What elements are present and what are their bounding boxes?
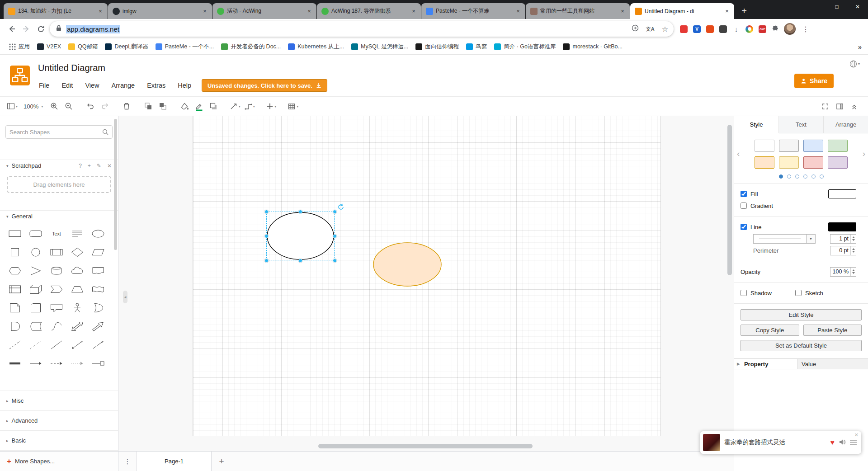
fill-color-swatch[interactable] [828,189,856,198]
pages-menu-icon[interactable]: ⋮ [118,452,137,471]
rotate-handle-icon[interactable] [337,203,344,211]
shape-dashed-link[interactable] [46,354,67,372]
tab-close-icon[interactable]: × [97,8,104,15]
zoom-out-icon[interactable] [63,100,75,113]
shape-step[interactable] [46,280,67,298]
page-tab[interactable]: Page-1 [137,452,212,471]
preset-page-dot[interactable] [820,174,824,179]
preset-swatch-4[interactable] [755,156,774,169]
section-general[interactable]: ▾ General [0,210,118,219]
sidebar-scrollbar[interactable] [114,119,117,250]
expand-properties-icon[interactable]: ▶ [737,362,740,366]
bookmark-item[interactable]: 应用 [5,42,33,52]
scratchpad-header[interactable]: ▾ Scratchpad ? + ✎ ✕ [0,160,118,169]
shape-cloud[interactable] [67,261,88,280]
shadow-checkbox[interactable] [741,290,747,296]
bookmark-star-icon[interactable]: ☆ [662,25,668,33]
shape-internal-storage[interactable] [5,280,25,298]
preset-page-dot[interactable] [803,174,807,179]
line-checkbox[interactable] [741,224,747,230]
sidebar-collapse-handle[interactable]: ◄ [123,291,127,303]
shape-arrow[interactable] [88,317,108,335]
menu-extras[interactable]: Extras [147,82,165,89]
preset-page-dot[interactable] [779,174,783,179]
bookmark-item[interactable]: morestack · GitBo... [559,42,626,52]
shape-ellipse[interactable] [88,224,108,243]
browser-tab[interactable]: 134. 加油站 - 力扣 (Le× [4,3,108,19]
browser-tab[interactable]: 活动 - AcWing× [212,3,316,19]
line-style-select[interactable] [753,234,807,244]
shape-tape[interactable] [88,280,108,298]
preset-page-dot[interactable] [787,174,791,179]
preset-swatch-5[interactable] [779,156,799,169]
page-view-button[interactable]: ▾ [6,100,18,113]
connection-style-button[interactable]: ▾ [229,100,241,113]
close-scratchpad-icon[interactable]: ✕ [107,163,112,169]
browser-tab[interactable]: 常用的一些工具和网站× [526,3,630,19]
shape-note[interactable] [5,298,25,317]
edit-pencil-icon[interactable]: ✎ [97,163,101,169]
section-basic[interactable]: ▸Basic [0,430,118,450]
presets-prev-icon[interactable]: ‹ [737,149,740,159]
browser-tab[interactable]: imlgw× [108,3,212,19]
tab-close-icon[interactable]: × [619,8,626,15]
bookmark-item[interactable]: Kubernetes 从上... [284,42,348,52]
reload-icon[interactable] [33,22,48,36]
ext-proxy[interactable] [745,25,753,33]
bookmark-item[interactable]: 鸟窝 [462,42,491,52]
shape-link[interactable] [5,354,25,372]
presets-next-icon[interactable]: › [863,149,865,159]
shape-dotted-link[interactable] [67,354,88,372]
browser-tab[interactable]: PasteMe - 一个不算难× [421,3,525,19]
diagram-canvas[interactable]: ◄ [118,116,734,451]
to-back-icon[interactable] [157,100,169,113]
section-advanced[interactable]: ▸Advanced [0,410,118,430]
line-color-swatch[interactable] [828,222,856,231]
selection-handle[interactable] [333,234,337,238]
shape-directional-connector[interactable] [88,335,108,354]
bookmarks-overflow-icon[interactable]: » [858,43,862,51]
fill-checkbox[interactable] [741,191,747,197]
shape-triangle[interactable] [25,261,46,280]
ext-pin-red[interactable] [680,25,688,33]
selection-handle[interactable] [333,259,337,263]
shape-arrow-link[interactable] [25,354,46,372]
music-player-widget[interactable]: 霍家拳的套路招式灵活 ♥ ✕ [700,431,861,454]
shape-cube[interactable] [25,280,46,298]
download-icon[interactable]: ↓ [732,25,740,33]
set-default-style-button[interactable]: Set as Default Style [741,340,862,351]
share-button[interactable]: Share [794,74,834,88]
format-tab-arrange[interactable]: Arrange [824,116,868,133]
opacity-input[interactable]: 100 % [830,267,856,277]
shape-and[interactable] [5,317,25,335]
shape-rectangle[interactable] [5,224,25,243]
address-bar[interactable]: app.diagrams.net 文A ☆ [50,21,674,37]
perimeter-input[interactable]: 0 pt [830,246,856,255]
new-tab-button[interactable]: + [738,6,750,15]
url-text[interactable]: app.diagrams.net [66,25,120,33]
zoom-in-icon[interactable] [48,100,60,113]
add-page-button[interactable]: + [212,452,231,471]
search-input[interactable] [9,129,102,136]
insert-button[interactable]: ▾ [265,100,277,113]
waypoint-style-button[interactable]: ▾ [244,100,255,113]
browser-tab[interactable]: Untitled Diagram - di× [630,3,734,19]
shape-search[interactable] [5,125,113,139]
tab-close-icon[interactable]: × [201,8,208,15]
shape-cylinder[interactable] [46,261,67,280]
shape-text[interactable]: Text [46,224,67,243]
perimeter-spinner[interactable] [850,246,856,255]
close-icon[interactable]: ✕ [847,0,868,14]
shape-dotted-line[interactable] [25,335,46,354]
shape-process[interactable] [46,243,67,261]
fullscreen-icon[interactable] [819,100,831,113]
shape-square[interactable] [5,243,25,261]
format-panel-toggle-icon[interactable] [834,100,845,113]
tab-close-icon[interactable]: × [306,8,313,15]
menu-edit[interactable]: Edit [61,82,73,89]
player-close-icon[interactable]: ✕ [854,432,859,438]
bookmark-item[interactable]: 开发者必备的 Doc... [217,42,284,52]
ext-vimium[interactable]: V [693,25,701,33]
shape-document[interactable] [88,261,108,280]
shape-bidirectional-arrow[interactable] [67,317,88,335]
